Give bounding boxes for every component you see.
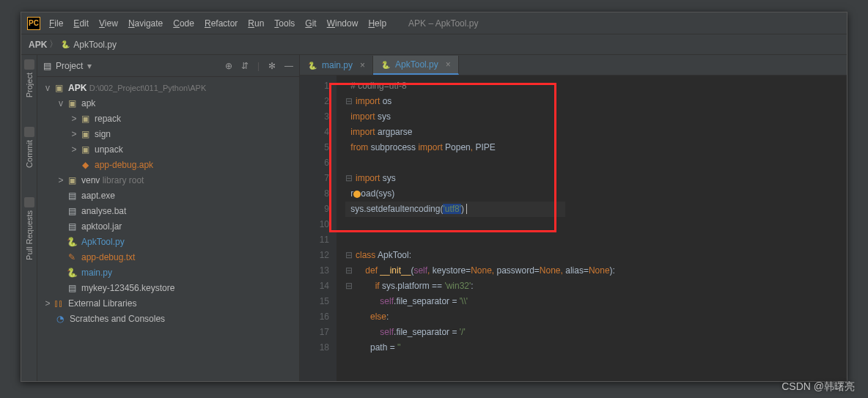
txt-icon: ✎ <box>65 252 78 262</box>
project-tree: v▣ APK D:\002_Project\011_Python\APK v▣a… <box>37 77 299 381</box>
menu-edit[interactable]: Edit <box>73 18 89 29</box>
folder-icon: ▣ <box>65 175 78 185</box>
sidebar-toolbar: ▤ Project ▾ ⊕ ⇵ | ✻ — <box>37 55 299 77</box>
rail-pull-requests[interactable]: Pull Requests <box>25 210 34 260</box>
rail-icon <box>24 127 34 137</box>
main-menu: FileEditViewNavigateCodeRefactorRunTools… <box>49 18 386 29</box>
sidebar-title[interactable]: ▤ Project ▾ <box>43 61 92 71</box>
apk-icon: ◆ <box>78 160 92 170</box>
code-line[interactable]: ⊟import os <box>345 94 847 109</box>
intention-bulb-icon[interactable] <box>353 191 361 198</box>
code-area[interactable]: # coding=utf-8⊟import os import sys impo… <box>336 75 847 381</box>
line-gutter: 123456789101112131415161718 <box>300 75 336 381</box>
close-icon[interactable]: × <box>446 59 451 70</box>
file-icon: ▤ <box>65 221 78 232</box>
tree-row[interactable]: 🐍main.py <box>37 265 299 280</box>
ide-window: PC FileEditViewNavigateCodeRefactorRunTo… <box>21 12 847 382</box>
menu-tools[interactable]: Tools <box>274 18 295 29</box>
hide-icon[interactable]: — <box>284 61 293 71</box>
tree-row[interactable]: 🐍ApkTool.py <box>37 234 299 249</box>
editor-area: 🐍main.py×🐍ApkTool.py× 123456789101112131… <box>300 55 847 381</box>
settings-icon[interactable]: ✻ <box>268 61 276 71</box>
file-icon: ▤ <box>65 191 78 201</box>
pyf-icon: 🐍 <box>65 237 78 247</box>
menu-help[interactable]: Help <box>368 18 386 29</box>
code-line[interactable] <box>345 217 847 232</box>
python-file-icon: 🐍 <box>60 40 70 50</box>
code-line[interactable]: # coding=utf-8 <box>345 78 847 94</box>
editor-tabs: 🐍main.py×🐍ApkTool.py× <box>300 55 847 75</box>
close-icon[interactable]: × <box>360 60 365 70</box>
breadcrumb-file[interactable]: 🐍 ApkTool.py <box>60 40 117 50</box>
tree-row[interactable]: v▣apk <box>37 95 299 111</box>
breadcrumb-project[interactable]: APK <box>29 40 47 50</box>
tree-row[interactable]: >▣repack <box>37 111 299 126</box>
tree-row[interactable]: >▣unpack <box>37 141 299 157</box>
window-title: APK – ApkTool.py <box>408 18 478 29</box>
code-line[interactable] <box>345 155 847 171</box>
rail-icon <box>24 197 34 207</box>
expand-all-icon[interactable]: ⇵ <box>241 61 249 71</box>
tree-row[interactable]: ▤mykey-123456.keystore <box>37 280 299 295</box>
tree-row[interactable]: ✎app-debug.txt <box>37 249 299 265</box>
menu-refactor[interactable]: Refactor <box>205 18 238 29</box>
chevron-down-icon: ▾ <box>87 61 92 71</box>
tree-row[interactable]: >▣venv library root <box>37 172 299 188</box>
code-line[interactable]: ⊟ if sys.platform == 'win32': <box>345 279 847 294</box>
fold-icon[interactable]: ⊟ <box>345 250 353 260</box>
watermark: CSDN @韩曙亮 <box>781 380 855 394</box>
code-line[interactable]: import sys <box>345 109 847 125</box>
pyf-icon: 🐍 <box>65 268 78 278</box>
rail-project[interactable]: Project <box>25 73 34 97</box>
code-line[interactable]: sys.setdefaultencoding('utf8') <box>345 202 847 217</box>
code-line[interactable]: self.file_separator = '/' <box>345 325 847 340</box>
code-line[interactable]: import argparse <box>345 125 847 140</box>
editor-body[interactable]: 123456789101112131415161718 # coding=utf… <box>300 75 847 381</box>
python-file-icon: 🐍 <box>307 60 317 70</box>
code-line[interactable]: road(sys) <box>345 186 847 202</box>
fold-icon[interactable]: ⊟ <box>345 173 353 183</box>
python-file-icon: 🐍 <box>380 59 391 70</box>
code-line[interactable]: ⊟import sys <box>345 171 847 186</box>
menu-file[interactable]: File <box>49 18 63 29</box>
tree-row[interactable]: ▤analyse.bat <box>37 203 299 218</box>
editor-tab[interactable]: 🐍main.py× <box>300 56 373 75</box>
menu-navigate[interactable]: Navigate <box>128 18 163 29</box>
menu-git[interactable]: Git <box>305 18 316 29</box>
tree-row[interactable]: ▤aapt.exe <box>37 188 299 203</box>
tree-scratches[interactable]: ◔Scratches and Consoles <box>37 311 299 326</box>
menu-code[interactable]: Code <box>173 18 194 29</box>
folder-icon: ▣ <box>78 114 92 124</box>
code-line[interactable]: from subprocess import Popen, PIPE <box>345 140 847 155</box>
editor-tab[interactable]: 🐍ApkTool.py× <box>373 56 459 75</box>
folder-icon: ▣ <box>78 129 92 139</box>
code-line[interactable]: path = '' <box>345 340 847 355</box>
fold-icon[interactable]: ⊟ <box>345 265 353 276</box>
tree-row[interactable]: ◆app-debug.apk <box>37 157 299 172</box>
file-icon: ▤ <box>65 283 78 293</box>
select-opened-file-icon[interactable]: ⊕ <box>225 61 232 71</box>
tree-row[interactable]: >▣sign <box>37 126 299 141</box>
breadcrumb: APK 〉 🐍 ApkTool.py <box>21 34 847 55</box>
file-icon: ▤ <box>65 206 78 216</box>
project-sidebar: ▤ Project ▾ ⊕ ⇵ | ✻ — v▣ APK D:\002_Proj… <box>37 55 300 381</box>
chevron-right-icon: 〉 <box>49 38 58 51</box>
tree-external-libraries[interactable]: >⫿⫿External Libraries <box>37 295 299 311</box>
code-line[interactable]: ⊟ def __init__(self, keystore=None, pass… <box>345 263 847 279</box>
code-line[interactable] <box>345 232 847 248</box>
titlebar: PC FileEditViewNavigateCodeRefactorRunTo… <box>21 12 847 34</box>
menu-view[interactable]: View <box>99 18 118 29</box>
project-icon: ▤ <box>43 61 51 71</box>
fold-icon[interactable]: ⊟ <box>345 281 353 291</box>
tree-project-root[interactable]: v▣ APK D:\002_Project\011_Python\APK <box>37 80 299 95</box>
menu-run[interactable]: Run <box>248 18 264 29</box>
left-tool-rail: ProjectCommitPull Requests <box>21 55 37 381</box>
code-line[interactable]: ⊟class ApkTool: <box>345 248 847 263</box>
tree-row[interactable]: ▤apktool.jar <box>37 218 299 234</box>
code-line[interactable]: self.file_separator = '\\' <box>345 294 847 309</box>
fold-icon[interactable]: ⊟ <box>345 96 353 106</box>
app-logo-icon: PC <box>27 17 40 30</box>
rail-commit[interactable]: Commit <box>25 140 34 168</box>
code-line[interactable]: else: <box>345 309 847 325</box>
menu-window[interactable]: Window <box>327 18 358 29</box>
